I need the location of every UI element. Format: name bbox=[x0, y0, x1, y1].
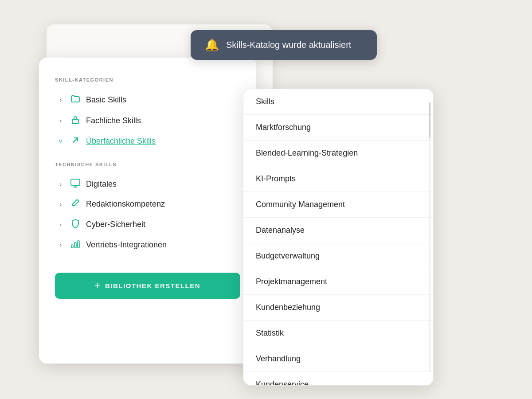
skill-name-fachliche-skills: Fachliche Skills bbox=[86, 116, 141, 125]
create-library-button[interactable]: + BIBLIOTHEK ERSTELLEN bbox=[55, 273, 240, 299]
skill-name-ueberfachliche-skills: Überfachliche Skills bbox=[86, 137, 156, 146]
skill-name-redaktionskompetenz: Redaktionskompetenz bbox=[86, 200, 165, 209]
notification-text: Skills-Katalog wurde aktualisiert bbox=[226, 40, 351, 50]
skill-name-digitales: Digitales bbox=[86, 180, 117, 189]
dropdown-item[interactable]: Kundenservice bbox=[243, 372, 433, 385]
svg-rect-0 bbox=[72, 119, 78, 124]
skill-item-fachliche-skills[interactable]: › Fachliche Skills bbox=[55, 110, 240, 131]
chevron-fachliche-skills: › bbox=[57, 117, 65, 124]
scrollbar-thumb bbox=[429, 102, 430, 138]
skill-item-vertriebs-integrationen[interactable]: › Vertriebs-Integrationen bbox=[55, 235, 240, 255]
skill-categories-list: › Basic Skills › Fachliche Skills ∨ bbox=[55, 90, 240, 151]
edit-icon bbox=[70, 199, 81, 210]
skills-dropdown-card: SkillsMarktforschungBlended-Learning-Str… bbox=[243, 89, 434, 386]
tech-skills-section: TECHNISCHE SKILLS › Digitales › Redaktio… bbox=[55, 162, 240, 255]
skill-categories-card: SKILL-KATEGORIEN › Basic Skills › Fachli… bbox=[39, 58, 256, 364]
shield-icon bbox=[70, 219, 81, 231]
lock-icon bbox=[70, 115, 81, 127]
chevron-vertriebs-integrationen: › bbox=[57, 242, 65, 248]
section-label-2: TECHNISCHE SKILLS bbox=[55, 162, 240, 167]
scrollbar-track bbox=[429, 102, 430, 372]
dropdown-item[interactable]: Budgetverwaltung bbox=[243, 243, 433, 269]
dropdown-item[interactable]: Community Management bbox=[243, 192, 433, 218]
notification-toast: 🔔 Skills-Katalog wurde aktualisiert bbox=[191, 30, 377, 60]
chevron-basic-skills: › bbox=[57, 97, 65, 103]
chart-icon bbox=[70, 239, 81, 250]
dropdown-item[interactable]: Marktforschung bbox=[243, 115, 433, 141]
dropdown-item[interactable]: Skills bbox=[243, 89, 433, 115]
arrow-up-icon bbox=[70, 136, 81, 147]
skill-name-basic-skills: Basic Skills bbox=[86, 95, 126, 105]
plus-icon: + bbox=[95, 281, 101, 291]
skill-item-cyber-sicherheit[interactable]: › Cyber-Sicherheit bbox=[55, 214, 240, 235]
section-label-1: SKILL-KATEGORIEN bbox=[55, 77, 240, 82]
skill-name-vertriebs-integrationen: Vertriebs-Integrationen bbox=[86, 240, 167, 250]
skill-item-redaktionskompetenz[interactable]: › Redaktionskompetenz bbox=[55, 194, 240, 214]
dropdown-item[interactable]: Statistik bbox=[243, 321, 433, 346]
chevron-redaktionskompetenz: › bbox=[57, 201, 65, 207]
skills-dropdown-list[interactable]: SkillsMarktforschungBlended-Learning-Str… bbox=[243, 89, 433, 385]
svg-rect-2 bbox=[71, 245, 73, 248]
dropdown-item[interactable]: Datenanalyse bbox=[243, 218, 433, 243]
chevron-ueberfachliche-skills: ∨ bbox=[57, 138, 65, 145]
bell-icon: 🔔 bbox=[205, 38, 219, 52]
dropdown-item[interactable]: Verhandlung bbox=[243, 346, 433, 372]
skill-item-basic-skills[interactable]: › Basic Skills bbox=[55, 90, 240, 110]
chevron-cyber-sicherheit: › bbox=[57, 221, 65, 228]
skill-item-ueberfachliche-skills[interactable]: ∨ Überfachliche Skills bbox=[55, 131, 240, 151]
folder-icon bbox=[70, 94, 81, 106]
svg-rect-1 bbox=[71, 179, 80, 185]
monitor-icon bbox=[70, 179, 81, 190]
svg-rect-3 bbox=[74, 243, 76, 248]
skill-name-cyber-sicherheit: Cyber-Sicherheit bbox=[86, 220, 145, 229]
dropdown-item[interactable]: Projektmanagement bbox=[243, 269, 433, 295]
skill-item-digitales[interactable]: › Digitales bbox=[55, 174, 240, 194]
dropdown-item[interactable]: KI-Prompts bbox=[243, 166, 433, 192]
svg-rect-4 bbox=[78, 241, 79, 248]
create-button-label: BIBLIOTHEK ERSTELLEN bbox=[105, 282, 200, 289]
chevron-digitales: › bbox=[57, 181, 65, 188]
dropdown-item[interactable]: Blended-Learning-Strategien bbox=[243, 141, 433, 166]
dropdown-item[interactable]: Kundenbeziehung bbox=[243, 295, 433, 321]
